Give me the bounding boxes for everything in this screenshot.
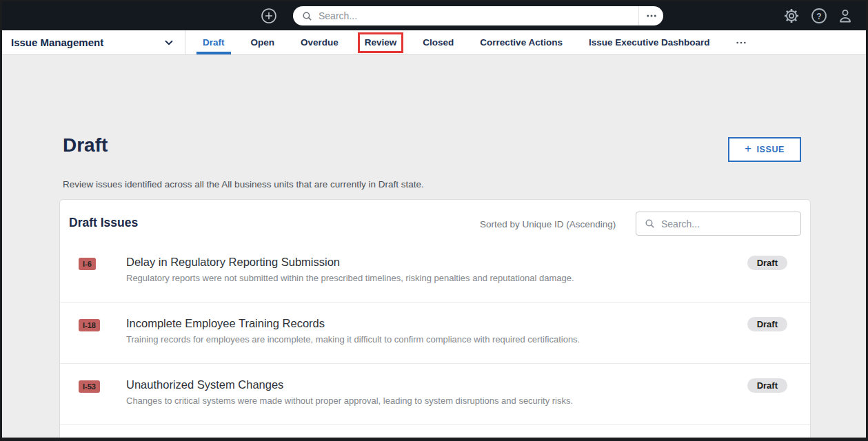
ellipsis-icon xyxy=(645,10,658,22)
user-menu-button[interactable] xyxy=(837,8,854,24)
gear-icon xyxy=(783,8,800,24)
svg-text:?: ? xyxy=(816,12,821,21)
issue-row[interactable]: I-6 Delay in Regulatory Reporting Submis… xyxy=(60,241,810,302)
issue-id-cell: I-18 xyxy=(79,317,126,331)
issue-title[interactable]: Unauthorized System Changes xyxy=(126,378,734,391)
issue-text: Unauthorized System Changes Changes to c… xyxy=(126,378,747,406)
issue-id-badge[interactable]: I-53 xyxy=(79,380,100,393)
page-content: Draft + ISSUE Review issues identified a… xyxy=(2,55,866,438)
search-options-button[interactable] xyxy=(638,6,663,25)
tab-open[interactable]: Open xyxy=(251,30,275,54)
status-badge: Draft xyxy=(747,317,787,331)
search-icon xyxy=(301,10,313,22)
draft-issues-panel: Draft Issues Sorted by Unique ID (Ascend… xyxy=(59,199,811,441)
help-button[interactable]: ? xyxy=(811,8,827,24)
issue-row[interactable]: I-18 Incomplete Employee Training Record… xyxy=(60,302,810,364)
tab-issue-executive-dashboard[interactable]: Issue Executive Dashboard xyxy=(589,30,710,54)
plus-icon: + xyxy=(745,142,752,156)
page-description: Review issues identified across all the … xyxy=(63,179,424,189)
add-issue-button[interactable]: + ISSUE xyxy=(728,137,801,162)
issue-text: Delay in Regulatory Reporting Submission… xyxy=(126,256,747,283)
issue-id-badge[interactable]: I-6 xyxy=(79,258,96,270)
issue-title[interactable]: Delay in Regulatory Reporting Submission xyxy=(126,256,734,269)
status-badge: Draft xyxy=(747,378,787,393)
sort-indicator: Sorted by Unique ID (Ascending) xyxy=(480,219,616,229)
issue-row[interactable]: I-53 Unauthorized System Changes Changes… xyxy=(60,364,810,425)
top-bar: ? xyxy=(2,1,866,30)
tab-strip: Draft Open Overdue Review Closed Correct… xyxy=(203,30,747,54)
person-icon xyxy=(837,8,854,24)
issue-description: Regulatory reports were not submitted wi… xyxy=(126,273,734,283)
panel-search xyxy=(636,212,801,236)
issue-title[interactable]: Incomplete Employee Training Records xyxy=(126,317,734,330)
global-search xyxy=(293,6,663,25)
question-circle-icon: ? xyxy=(811,8,827,24)
panel-title: Draft Issues xyxy=(69,216,138,230)
issue-id-cell: I-53 xyxy=(79,378,126,393)
chevron-down-icon xyxy=(163,37,175,49)
ellipsis-icon xyxy=(736,37,747,48)
status-badge: Draft xyxy=(747,256,787,270)
create-button[interactable] xyxy=(261,8,277,24)
app-switcher[interactable]: Issue Management xyxy=(2,30,185,54)
nav-bar: Issue Management Draft Open Overdue Revi… xyxy=(2,30,866,55)
add-issue-label: ISSUE xyxy=(757,145,785,154)
search-icon xyxy=(644,218,656,229)
tab-closed[interactable]: Closed xyxy=(423,30,454,54)
page-title: Draft xyxy=(63,134,108,156)
issue-id-badge[interactable]: I-18 xyxy=(79,319,100,331)
app-name: Issue Management xyxy=(11,37,103,48)
issue-description: Training records for employees are incom… xyxy=(126,334,734,345)
issue-row[interactable]: I-63 Failure to Track KPIs Key performan… xyxy=(60,425,810,441)
issue-description: Changes to critical systems were made wi… xyxy=(126,396,734,406)
plus-circle-icon xyxy=(261,8,277,24)
issue-text: Incomplete Employee Training Records Tra… xyxy=(126,317,747,345)
tab-corrective-actions[interactable]: Corrective Actions xyxy=(480,30,563,54)
app-window: ? Issue Management Draft Open Overdue Re… xyxy=(0,0,868,441)
tab-review[interactable]: Review xyxy=(365,30,397,54)
issue-list: I-6 Delay in Regulatory Reporting Submis… xyxy=(60,241,810,441)
more-tabs-button[interactable] xyxy=(736,30,747,54)
tab-overdue[interactable]: Overdue xyxy=(301,30,339,54)
panel-search-input[interactable] xyxy=(656,212,800,235)
global-search-input[interactable] xyxy=(313,6,638,25)
settings-button[interactable] xyxy=(783,8,800,24)
issue-id-cell: I-6 xyxy=(79,256,126,270)
tab-draft[interactable]: Draft xyxy=(203,30,225,54)
